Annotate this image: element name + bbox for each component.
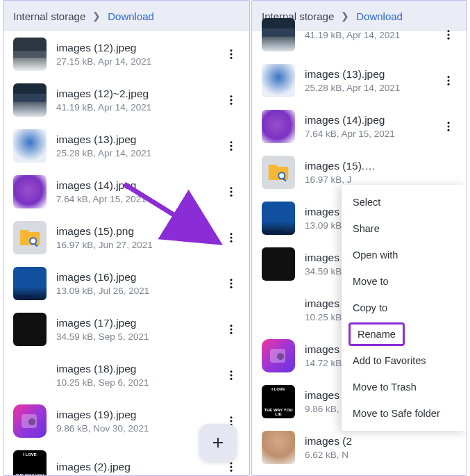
more-vert-icon bbox=[225, 140, 237, 152]
file-thumbnail bbox=[13, 359, 47, 392]
svg-point-44 bbox=[448, 129, 450, 131]
svg-point-15 bbox=[31, 238, 35, 243]
svg-point-33 bbox=[230, 466, 233, 468]
file-row[interactable]: images (13).jpeg25.28 kB, Apr 14, 2021 bbox=[3, 123, 249, 169]
file-thumbnail bbox=[262, 293, 295, 327]
svg-point-21 bbox=[230, 283, 233, 285]
more-options-button[interactable] bbox=[223, 461, 240, 473]
file-row[interactable]: images (13).jpeg25.28 kB, Apr 14, 2021 bbox=[252, 58, 467, 104]
svg-point-25 bbox=[230, 332, 233, 334]
file-thumbnail: I LOVETHE WAY YOU LIE bbox=[262, 385, 295, 418]
file-thumbnail bbox=[262, 202, 295, 235]
more-options-button[interactable] bbox=[223, 94, 240, 106]
file-row[interactable]: images (17).jpeg34.59 kB, Sep 5, 2021 bbox=[3, 306, 249, 352]
file-thumbnail bbox=[13, 83, 47, 117]
more-options-button[interactable] bbox=[223, 186, 240, 198]
file-row[interactable]: 41.19 kB, Apr 14, 2021 bbox=[252, 12, 467, 58]
svg-point-32 bbox=[230, 462, 233, 464]
file-subtitle: 10.25 kB, Sep 6, 2021 bbox=[56, 377, 223, 389]
file-meta: images (12).jpeg27.15 kB, Apr 14, 2021 bbox=[56, 41, 223, 68]
svg-point-22 bbox=[230, 286, 233, 288]
file-meta: images (17).jpeg34.59 kB, Sep 5, 2021 bbox=[56, 316, 223, 343]
more-vert-icon bbox=[225, 277, 237, 290]
more-vert-icon bbox=[225, 48, 237, 60]
file-subtitle: 27.15 kB, Apr 14, 2021 bbox=[56, 56, 223, 68]
svg-rect-46 bbox=[269, 165, 278, 169]
file-name: images (15).png bbox=[305, 159, 381, 173]
more-vert-icon bbox=[225, 186, 237, 198]
file-thumbnail bbox=[262, 431, 295, 464]
add-fab[interactable] bbox=[199, 424, 237, 461]
more-vert-icon bbox=[225, 94, 237, 106]
more-options-button[interactable] bbox=[223, 140, 240, 152]
more-options-button[interactable] bbox=[223, 48, 240, 60]
file-row[interactable]: images (14).jpeg7.64 kB, Apr 15, 2021 bbox=[3, 169, 249, 215]
file-thumbnail bbox=[262, 339, 295, 372]
svg-point-41 bbox=[448, 83, 450, 85]
folder-search-icon bbox=[262, 156, 295, 189]
file-row[interactable]: images (12).jpeg27.15 kB, Apr 14, 2021 bbox=[3, 31, 249, 77]
breadcrumb-current[interactable]: Download bbox=[108, 10, 154, 22]
more-options-button[interactable] bbox=[223, 231, 240, 244]
context-menu-item[interactable]: Move to Safe folder bbox=[342, 400, 467, 427]
more-options-button[interactable] bbox=[223, 277, 240, 290]
file-thumbnail bbox=[13, 175, 47, 208]
svg-point-39 bbox=[448, 76, 450, 78]
file-meta: images (12)~2.jpeg41.19 kB, Apr 14, 2021 bbox=[56, 87, 223, 114]
file-row[interactable]: images (14).jpeg7.64 kB, Apr 15, 2021 bbox=[252, 104, 467, 149]
file-subtitle: 16.97 kB, J bbox=[305, 174, 381, 186]
file-name: images (14).jpeg bbox=[56, 179, 223, 192]
file-name: images (14).jpeg bbox=[305, 113, 440, 127]
svg-point-36 bbox=[448, 30, 450, 32]
more-options-button[interactable] bbox=[223, 369, 240, 381]
context-menu-item[interactable]: Open with bbox=[342, 242, 467, 268]
svg-point-37 bbox=[448, 34, 450, 36]
context-menu-item[interactable]: Copy to bbox=[342, 295, 467, 321]
svg-point-11 bbox=[230, 195, 233, 197]
file-name: images (13).jpeg bbox=[305, 67, 440, 81]
svg-point-2 bbox=[230, 57, 233, 59]
file-meta: images (19).jpeg9.86 kB, Nov 30, 2021 bbox=[56, 408, 223, 435]
context-menu-item[interactable]: Add to Favorites bbox=[342, 347, 467, 374]
file-panel-right: Internal storage ❯ Download 41.19 kB, Ap… bbox=[251, 0, 467, 476]
more-vert-icon bbox=[442, 74, 455, 87]
file-row[interactable]: images (16).jpeg13.09 kB, Jul 26, 2021 bbox=[3, 261, 249, 306]
file-name: images (12).jpeg bbox=[56, 41, 223, 55]
svg-point-4 bbox=[230, 99, 233, 101]
svg-point-1 bbox=[230, 54, 233, 56]
svg-point-23 bbox=[230, 325, 233, 327]
folder-search-icon bbox=[13, 221, 47, 254]
file-meta: images (2).jpeg bbox=[56, 460, 223, 475]
context-menu-item[interactable]: Select bbox=[342, 189, 467, 215]
svg-point-29 bbox=[230, 416, 233, 418]
file-row[interactable]: images (12)~2.jpeg41.19 kB, Apr 14, 2021 bbox=[3, 77, 249, 123]
svg-point-20 bbox=[230, 279, 233, 281]
file-row[interactable]: images (26.62 kB, N bbox=[252, 425, 467, 470]
svg-point-42 bbox=[448, 122, 450, 124]
more-options-button[interactable] bbox=[440, 120, 457, 133]
file-subtitle: 7.64 kB, Apr 15, 2021 bbox=[56, 193, 223, 206]
file-subtitle: 25.28 kB, Apr 14, 2021 bbox=[305, 82, 440, 95]
file-subtitle: 34.59 kB, Sep 5, 2021 bbox=[56, 331, 223, 343]
more-options-button[interactable] bbox=[223, 323, 240, 336]
file-name: images (12)~2.jpeg bbox=[56, 87, 223, 101]
context-menu-item[interactable]: Rename bbox=[349, 322, 405, 346]
file-row[interactable]: images (18).jpeg10.25 kB, Sep 6, 2021 bbox=[3, 352, 249, 398]
file-subtitle: 9.86 kB, Nov 30, 2021 bbox=[56, 422, 223, 435]
more-options-button[interactable] bbox=[440, 74, 457, 87]
file-name: images (2).jpeg bbox=[56, 460, 223, 474]
breadcrumb-root[interactable]: Internal storage bbox=[13, 10, 85, 22]
svg-point-17 bbox=[230, 233, 233, 235]
file-thumbnail bbox=[262, 110, 295, 143]
context-menu-item[interactable]: Move to bbox=[342, 268, 467, 295]
file-row[interactable]: images (15).png16.97 kB, Jun 27, 2021 bbox=[3, 215, 249, 261]
context-menu-item[interactable]: Share bbox=[342, 215, 467, 242]
file-thumbnail bbox=[262, 247, 295, 281]
file-thumbnail bbox=[13, 129, 47, 163]
more-options-button[interactable] bbox=[440, 28, 457, 41]
file-name: images (13).jpeg bbox=[56, 133, 223, 147]
svg-point-3 bbox=[230, 95, 233, 97]
svg-point-5 bbox=[230, 103, 233, 105]
svg-point-30 bbox=[230, 420, 233, 422]
context-menu-item[interactable]: Move to Trash bbox=[342, 374, 467, 400]
